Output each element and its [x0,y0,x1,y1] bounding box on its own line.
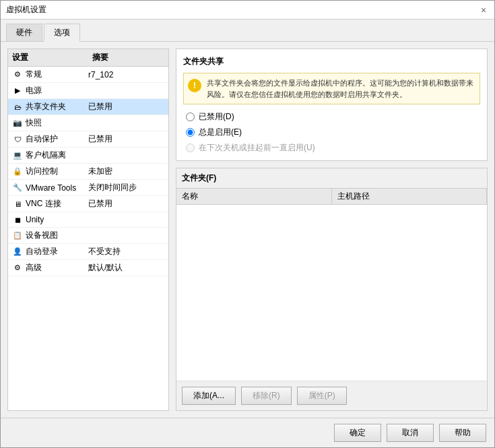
list-item-general[interactable]: ⚙ 常规 r7_102 [8,67,168,83]
files-section-title: 文件夹(F) [176,168,487,189]
list-item-device-view[interactable]: 📋 设备视图 [8,228,168,244]
list-item-autologin[interactable]: 👤 自动登录 不受支持 [8,244,168,260]
close-button[interactable]: × [478,5,489,15]
files-buttons: 添加(A... 移除(R) 属性(P) [176,381,487,410]
list-item-advanced[interactable]: ⚙ 高级 默认/默认 [8,260,168,276]
list-item-access-control[interactable]: 🔒 访问控制 未加密 [8,164,168,180]
power-icon: ▶ [12,86,23,96]
guest-isolation-icon: 💻 [12,150,23,161]
radio-disabled[interactable]: 已禁用(D) [186,111,480,123]
shared-folders-icon: 🗁 [12,102,23,113]
vmware-tools-icon: 🔧 [12,183,23,193]
bottom-bar: 确定 取消 帮助 [1,418,494,447]
autoprotect-icon: 🛡 [12,134,23,145]
radio-group: 已禁用(D) 总是启用(E) 在下次关机或挂起前一直启用(U) [186,111,480,154]
cancel-button[interactable]: 取消 [387,424,434,442]
tabs-bar: 硬件 选项 [1,20,494,42]
tab-options[interactable]: 选项 [44,24,80,42]
file-sharing-section: 文件夹共享 ! 共享文件夹会将您的文件显示给虚拟机中的程序。这可能为您的计算机和… [176,49,488,161]
properties-button[interactable]: 属性(P) [297,387,347,405]
warning-box: ! 共享文件夹会将您的文件显示给虚拟机中的程序。这可能为您的计算机和数据带来风险… [183,73,480,104]
title-bar: 虚拟机设置 × [1,1,494,20]
list-item-vmware-tools[interactable]: 🔧 VMware Tools 关闭时间同步 [8,180,168,196]
main-content: 设置 摘要 ⚙ 常规 r7_102 ▶ 电源 🗁 [1,42,494,418]
files-section: 文件夹(F) 名称 主机路径 添加(A... 移除(R) 属性(P) [176,168,488,411]
left-panel: 设置 摘要 ⚙ 常规 r7_102 ▶ 电源 🗁 [7,49,169,411]
list-item-vnc[interactable]: 🖥 VNC 连接 已禁用 [8,196,168,212]
list-item-autoprotect[interactable]: 🛡 自动保护 已禁用 [8,131,168,148]
access-control-icon: 🔒 [12,166,23,177]
radio-always[interactable]: 总是启用(E) [186,127,480,138]
device-view-icon: 📋 [12,230,23,241]
radio-until-off: 在下次关机或挂起前一直启用(U) [186,142,480,154]
autologin-icon: 👤 [12,247,23,257]
advanced-icon: ⚙ [12,263,23,274]
files-table-body [176,205,487,381]
dialog-title: 虚拟机设置 [6,4,46,15]
unity-icon: ◼ [12,214,23,225]
col-settings: 设置 [8,49,88,66]
ok-button[interactable]: 确定 [334,424,381,442]
right-panel: 文件夹共享 ! 共享文件夹会将您的文件显示给虚拟机中的程序。这可能为您的计算机和… [176,49,488,411]
general-icon: ⚙ [12,69,23,80]
vnc-icon: 🖥 [12,199,23,210]
list-item-shared-folders[interactable]: 🗁 共享文件夹 已禁用 [8,99,168,115]
list-item-unity[interactable]: ◼ Unity [8,212,168,228]
files-table-header: 名称 主机路径 [176,189,487,205]
add-button[interactable]: 添加(A... [182,387,236,405]
dialog: 虚拟机设置 × 硬件 选项 设置 摘要 ⚙ 常规 r7_102 [0,0,495,448]
list-item-guest-isolation[interactable]: 💻 客户机隔离 [8,148,168,164]
files-table: 名称 主机路径 [176,189,487,381]
list-header: 设置 摘要 [8,49,168,67]
help-button[interactable]: 帮助 [439,424,486,442]
remove-button[interactable]: 移除(R) [241,387,292,405]
col-summary: 摘要 [88,49,168,66]
list-item-snapshots[interactable]: 📷 快照 [8,115,168,131]
file-sharing-title: 文件夹共享 [183,56,480,67]
warning-text: 共享文件夹会将您的文件显示给虚拟机中的程序。这可能为您的计算机和数据带来风险。请… [207,77,475,100]
col-host-path: 主机路径 [332,189,488,204]
warning-icon: ! [188,79,201,92]
snapshots-icon: 📷 [12,118,23,129]
tab-hardware[interactable]: 硬件 [6,24,42,41]
col-name: 名称 [176,189,332,204]
list-item-power[interactable]: ▶ 电源 [8,83,168,99]
